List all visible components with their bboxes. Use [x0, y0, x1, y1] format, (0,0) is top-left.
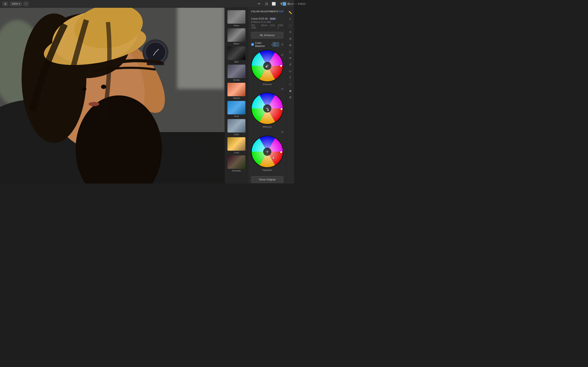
- zoom-selector[interactable]: 100% ▾: [10, 2, 22, 6]
- retouching-tool[interactable]: ✏️: [287, 9, 293, 16]
- gradient-adjust-tool[interactable]: ▭: [287, 68, 293, 74]
- main-area: None Mono Noir Smoky: [0, 8, 294, 184]
- svg-point-20: [101, 85, 106, 89]
- photo-canvas: [0, 8, 225, 184]
- titlebar: ⊞ 100% ▾ + Gaze — Edited ✏ ⊡ ⬜ ⬆ ⚙: [0, 0, 294, 8]
- ml-enhance-button[interactable]: ML Enhance: [251, 32, 283, 39]
- raw-badge: RAW: [270, 17, 276, 20]
- section-name-color-balance: Color Balance: [255, 42, 270, 48]
- clone-stamp-tool[interactable]: ⟳: [287, 55, 293, 61]
- reset-highlights-icon[interactable]: ↺: [281, 131, 283, 134]
- highlights-label: Highlights: [262, 169, 272, 171]
- preset-label-none: None: [234, 24, 239, 27]
- preset-thumb-none: [227, 10, 245, 24]
- add-adjustment-button[interactable]: Add: [279, 10, 283, 13]
- svg-point-21: [82, 87, 86, 91]
- preset-item-none[interactable]: None: [226, 9, 247, 27]
- preset-thumb-calm: [227, 119, 245, 133]
- preset-item-calm[interactable]: Calm: [226, 118, 247, 136]
- titlebar-left: ⊞ 100% ▾ +: [2, 2, 29, 6]
- bottom-buttons: Show Original Reset Adjustments: [248, 175, 286, 184]
- reset-midtones-icon[interactable]: ↺: [281, 87, 283, 91]
- shadows-wheel-container: Shadows: [248, 49, 286, 87]
- draw-toolbar-btn[interactable]: ✏: [256, 1, 262, 7]
- preset-item-vivid[interactable]: Vivid: [226, 100, 247, 118]
- brush-adjust-tool[interactable]: 〆: [287, 62, 293, 68]
- section-actions: ML Fix ↺: [272, 42, 283, 47]
- heal-tool[interactable]: ⊕: [287, 42, 293, 48]
- preset-item-noir[interactable]: Noir: [226, 46, 247, 64]
- svg-point-31: [280, 65, 282, 67]
- highlights-wheel-container: Highlights: [248, 134, 286, 173]
- sidebar-icon: ⊞: [4, 2, 6, 5]
- sidebar-toggle[interactable]: ⊞: [2, 2, 8, 6]
- preset-label-noir: Noir: [234, 60, 238, 63]
- preset-thumb-loud: [227, 137, 245, 151]
- preset-item-vibrant[interactable]: Vibrant: [226, 82, 247, 100]
- ml-fix-badge[interactable]: ML Fix: [272, 42, 279, 47]
- shutter-value: 1/200 s: [277, 24, 283, 29]
- preset-item-mono[interactable]: Mono: [226, 27, 247, 46]
- presets-list: None Mono Noir Smoky: [226, 9, 247, 182]
- preset-thumb-smoky: [227, 65, 245, 78]
- svg-point-30: [265, 66, 268, 68]
- highlights-wheel-wrapper[interactable]: [251, 135, 284, 168]
- add-button[interactable]: +: [24, 2, 29, 6]
- preset-label-loud: Loud: [234, 151, 239, 154]
- filter-effect-tool[interactable]: ⊛: [287, 94, 293, 100]
- camera-model: Canon EOS 6D: [251, 17, 268, 20]
- svg-point-38: [281, 108, 283, 110]
- adjustments-panel: COLOR ADJUSTMENTS Add: [248, 8, 286, 184]
- preset-thumb-mono: [227, 28, 245, 42]
- preset-label-vibrant: Vibrant: [233, 97, 240, 99]
- add-label: +: [25, 2, 27, 5]
- right-panel-wrapper: None Mono Noir Smoky: [225, 8, 294, 184]
- eraser-tool[interactable]: ◻: [287, 49, 293, 55]
- preset-label-mono: Mono: [233, 42, 239, 45]
- midtones-label: Midtones: [263, 125, 272, 128]
- crop-toolbar-btn[interactable]: ⊡: [263, 1, 269, 7]
- right-content: None Mono Noir Smoky: [225, 8, 294, 184]
- photo-area: [0, 8, 225, 184]
- preset-item-loud[interactable]: Loud: [226, 136, 247, 155]
- zoom-chevron-icon: ▾: [19, 2, 20, 5]
- svg-point-37: [267, 109, 269, 111]
- focal-value: 85mm: [261, 24, 268, 29]
- svg-point-44: [272, 157, 274, 159]
- shape-tool[interactable]: □: [287, 81, 293, 87]
- reset-shadows-icon[interactable]: ↺: [281, 53, 283, 57]
- preset-label-calm: Calm: [234, 133, 239, 136]
- camera-info: Canon EOS 6D RAW EF85mm f/1.8 USM ISO 12…: [248, 16, 286, 30]
- cursor-tool[interactable]: ↖: [287, 16, 293, 22]
- preset-item-dramatic[interactable]: Dramatic: [226, 155, 247, 173]
- frame-toolbar-btn[interactable]: ⬜: [271, 1, 277, 7]
- svg-rect-2: [177, 8, 225, 89]
- highlights-reset-row: ↺: [248, 130, 286, 134]
- iso-value: ISO 1250: [251, 24, 259, 29]
- midtones-wheel-wrapper[interactable]: [251, 92, 284, 125]
- exif-row: ISO 1250 85mm ƒ/2.5 1/200 s: [251, 24, 283, 29]
- aperture-value: ƒ/2.5: [270, 24, 275, 29]
- photo-image: [0, 8, 225, 184]
- midtones-reset-row: ↺: [248, 87, 286, 91]
- show-original-button[interactable]: Show Original: [251, 176, 283, 183]
- text-tool[interactable]: T: [287, 75, 293, 81]
- shadows-wheel-wrapper[interactable]: [251, 50, 284, 82]
- app-icon: [283, 2, 286, 6]
- preset-item-smoky[interactable]: Smoky: [226, 64, 247, 82]
- shadows-color-wheel[interactable]: [251, 50, 284, 82]
- mask-tool[interactable]: ◉: [287, 88, 293, 94]
- preset-thumb-vibrant: [227, 83, 245, 96]
- panel-header: COLOR ADJUSTMENTS Add: [248, 8, 286, 15]
- magic-select-tool[interactable]: ✳: [287, 29, 293, 35]
- lens-info: EF85mm f/1.8 USM: [251, 21, 283, 23]
- midtones-color-wheel[interactable]: [251, 92, 284, 125]
- svg-point-22: [89, 102, 99, 106]
- zoom-value: 100%: [12, 2, 18, 5]
- presets-strip: None Mono Noir Smoky: [225, 8, 248, 184]
- section-enabled-toggle[interactable]: ✓: [251, 43, 254, 46]
- highlights-color-wheel[interactable]: [251, 135, 284, 168]
- reset-color-balance-icon[interactable]: ↺: [281, 43, 283, 46]
- spot-removal-tool[interactable]: ◎: [287, 35, 293, 42]
- selection-tool[interactable]: ⬚: [287, 22, 293, 29]
